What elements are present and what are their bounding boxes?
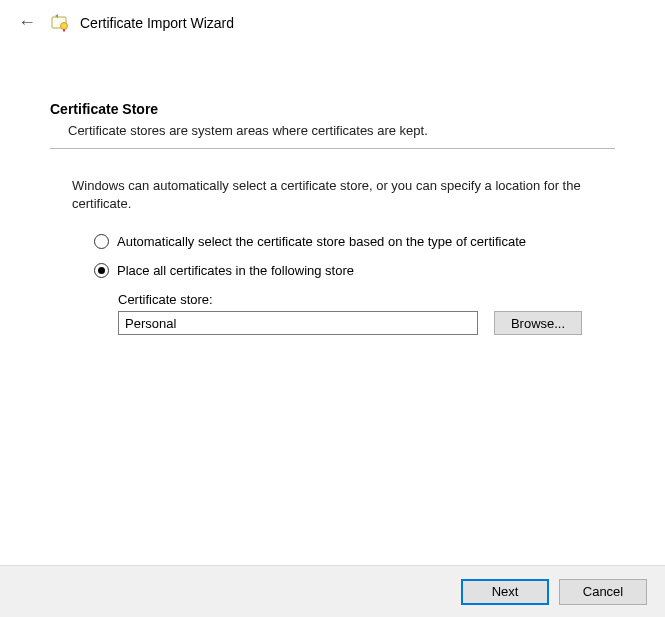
section-title: Certificate Store: [50, 101, 615, 117]
cancel-button[interactable]: Cancel: [559, 579, 647, 605]
certificate-wizard-icon: [50, 13, 70, 33]
wizard-content: Certificate Store Certificate stores are…: [0, 43, 665, 335]
radio-place-all[interactable]: Place all certificates in the following …: [94, 263, 615, 278]
store-radio-group: Automatically select the certificate sto…: [94, 234, 615, 278]
radio-icon[interactable]: [94, 234, 109, 249]
radio-auto-label: Automatically select the certificate sto…: [117, 234, 526, 249]
radio-icon[interactable]: [94, 263, 109, 278]
certificate-store-label: Certificate store:: [118, 292, 615, 307]
browse-button[interactable]: Browse...: [494, 311, 582, 335]
certificate-store-row: Browse...: [118, 311, 615, 335]
radio-place-label: Place all certificates in the following …: [117, 263, 354, 278]
explain-text: Windows can automatically select a certi…: [72, 177, 603, 212]
divider: [50, 148, 615, 149]
radio-auto-select[interactable]: Automatically select the certificate sto…: [94, 234, 615, 249]
certificate-store-input[interactable]: [118, 311, 478, 335]
wizard-header: ← Certificate Import Wizard: [0, 0, 665, 43]
back-arrow-icon[interactable]: ←: [14, 10, 40, 35]
wizard-title: Certificate Import Wizard: [80, 15, 234, 31]
wizard-footer: Next Cancel: [0, 565, 665, 617]
svg-point-1: [61, 22, 68, 29]
certificate-store-block: Certificate store: Browse...: [118, 292, 615, 335]
section-description: Certificate stores are system areas wher…: [68, 123, 615, 138]
next-button[interactable]: Next: [461, 579, 549, 605]
